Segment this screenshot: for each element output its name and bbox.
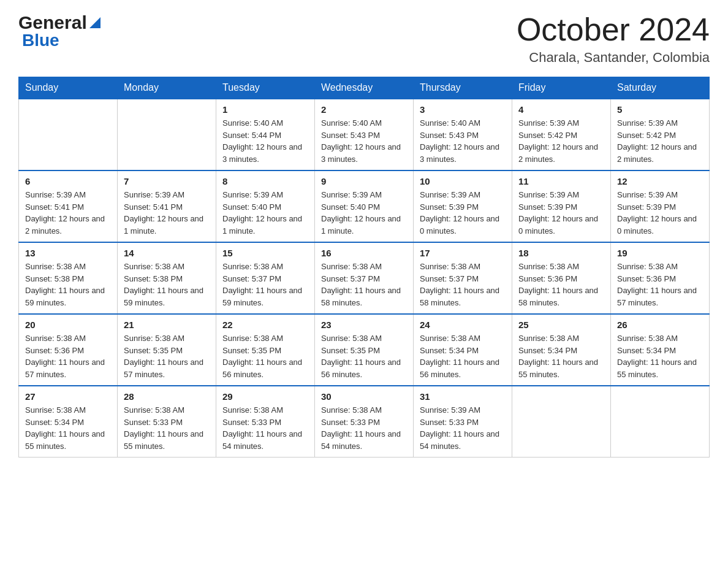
day-number: 8 [222,176,308,186]
day-info: Sunrise: 5:39 AMSunset: 5:39 PMDaylight:… [518,189,604,237]
day-number: 29 [222,391,308,402]
day-info: Sunrise: 5:38 AMSunset: 5:34 PMDaylight:… [518,332,604,380]
day-info: Sunrise: 5:39 AMSunset: 5:42 PMDaylight:… [617,117,703,165]
calendar-cell: 28Sunrise: 5:38 AMSunset: 5:33 PMDayligh… [118,386,216,458]
day-header-saturday: Saturday [611,77,710,99]
calendar-cell: 12Sunrise: 5:39 AMSunset: 5:39 PMDayligh… [611,170,710,242]
day-info: Sunrise: 5:38 AMSunset: 5:34 PMDaylight:… [617,332,703,380]
day-info: Sunrise: 5:39 AMSunset: 5:39 PMDaylight:… [617,189,703,237]
calendar-cell: 17Sunrise: 5:38 AMSunset: 5:37 PMDayligh… [414,242,512,314]
logo-blue-text: Blue [22,31,59,50]
day-header-wednesday: Wednesday [315,77,414,99]
day-info: Sunrise: 5:38 AMSunset: 5:35 PMDaylight:… [124,332,210,380]
day-number: 14 [124,248,210,258]
day-info: Sunrise: 5:38 AMSunset: 5:36 PMDaylight:… [518,261,604,308]
day-number: 4 [518,104,604,115]
day-info: Sunrise: 5:39 AMSunset: 5:33 PMDaylight:… [420,404,506,452]
day-info: Sunrise: 5:38 AMSunset: 5:36 PMDaylight:… [617,261,703,308]
day-number: 22 [222,320,308,330]
logo-bottom: Blue [18,31,59,50]
day-number: 24 [420,320,506,330]
day-info: Sunrise: 5:40 AMSunset: 5:43 PMDaylight:… [420,117,506,165]
calendar-cell: 13Sunrise: 5:38 AMSunset: 5:38 PMDayligh… [19,242,118,314]
day-info: Sunrise: 5:38 AMSunset: 5:34 PMDaylight:… [25,404,111,452]
week-row-2: 6Sunrise: 5:39 AMSunset: 5:41 PMDaylight… [19,170,710,242]
calendar-cell: 5Sunrise: 5:39 AMSunset: 5:42 PMDaylight… [611,99,710,170]
day-info: Sunrise: 5:38 AMSunset: 5:33 PMDaylight:… [222,404,308,452]
calendar-cell: 10Sunrise: 5:39 AMSunset: 5:39 PMDayligh… [414,170,512,242]
day-number: 20 [25,320,111,330]
calendar-cell: 4Sunrise: 5:39 AMSunset: 5:42 PMDaylight… [512,99,611,170]
day-number: 25 [518,320,604,330]
day-info: Sunrise: 5:38 AMSunset: 5:37 PMDaylight:… [222,261,308,308]
calendar-cell: 1Sunrise: 5:40 AMSunset: 5:44 PMDaylight… [216,99,315,170]
calendar-cell: 18Sunrise: 5:38 AMSunset: 5:36 PMDayligh… [512,242,611,314]
week-row-1: 1Sunrise: 5:40 AMSunset: 5:44 PMDaylight… [19,99,710,170]
day-number: 18 [518,248,604,258]
day-info: Sunrise: 5:39 AMSunset: 5:41 PMDaylight:… [25,189,111,237]
logo-area: General Blue [18,12,100,50]
day-number: 12 [617,176,703,186]
day-info: Sunrise: 5:38 AMSunset: 5:37 PMDaylight:… [321,261,407,308]
logo-container: General [18,12,100,33]
calendar-cell: 22Sunrise: 5:38 AMSunset: 5:35 PMDayligh… [216,314,315,386]
calendar-cell: 27Sunrise: 5:38 AMSunset: 5:34 PMDayligh… [19,386,118,458]
day-number: 31 [420,391,506,402]
calendar-cell [512,386,611,458]
calendar-cell: 29Sunrise: 5:38 AMSunset: 5:33 PMDayligh… [216,386,315,458]
day-number: 17 [420,248,506,258]
month-title: October 2024 [517,12,710,47]
day-number: 11 [518,176,604,186]
calendar-cell: 26Sunrise: 5:38 AMSunset: 5:34 PMDayligh… [611,314,710,386]
day-number: 23 [321,320,407,330]
day-number: 7 [124,176,210,186]
day-header-friday: Friday [512,77,611,99]
day-info: Sunrise: 5:38 AMSunset: 5:34 PMDaylight:… [420,332,506,380]
day-number: 21 [124,320,210,330]
calendar-cell: 23Sunrise: 5:38 AMSunset: 5:35 PMDayligh… [315,314,414,386]
day-info: Sunrise: 5:38 AMSunset: 5:35 PMDaylight:… [222,332,308,380]
calendar-cell: 2Sunrise: 5:40 AMSunset: 5:43 PMDaylight… [315,99,414,170]
calendar-cell: 31Sunrise: 5:39 AMSunset: 5:33 PMDayligh… [414,386,512,458]
calendar-cell: 7Sunrise: 5:39 AMSunset: 5:41 PMDaylight… [118,170,216,242]
day-header-monday: Monday [118,77,216,99]
day-number: 16 [321,248,407,258]
svg-marker-0 [89,17,100,28]
day-number: 13 [25,248,111,258]
calendar-cell: 21Sunrise: 5:38 AMSunset: 5:35 PMDayligh… [118,314,216,386]
day-info: Sunrise: 5:39 AMSunset: 5:40 PMDaylight:… [321,189,407,237]
day-number: 28 [124,391,210,402]
title-area: October 2024 Charala, Santander, Colombi… [517,12,710,66]
day-info: Sunrise: 5:39 AMSunset: 5:41 PMDaylight:… [124,189,210,237]
calendar-cell [19,99,118,170]
day-info: Sunrise: 5:39 AMSunset: 5:39 PMDaylight:… [420,189,506,237]
calendar-cell: 8Sunrise: 5:39 AMSunset: 5:40 PMDaylight… [216,170,315,242]
day-header-tuesday: Tuesday [216,77,315,99]
calendar-cell: 25Sunrise: 5:38 AMSunset: 5:34 PMDayligh… [512,314,611,386]
day-header-thursday: Thursday [414,77,512,99]
week-row-3: 13Sunrise: 5:38 AMSunset: 5:38 PMDayligh… [19,242,710,314]
day-number: 10 [420,176,506,186]
calendar-cell: 15Sunrise: 5:38 AMSunset: 5:37 PMDayligh… [216,242,315,314]
day-number: 3 [420,104,506,115]
day-number: 19 [617,248,703,258]
day-info: Sunrise: 5:39 AMSunset: 5:42 PMDaylight:… [518,117,604,165]
calendar-cell: 20Sunrise: 5:38 AMSunset: 5:36 PMDayligh… [19,314,118,386]
day-number: 1 [222,104,308,115]
day-number: 15 [222,248,308,258]
calendar-cell: 3Sunrise: 5:40 AMSunset: 5:43 PMDaylight… [414,99,512,170]
day-info: Sunrise: 5:38 AMSunset: 5:38 PMDaylight:… [25,261,111,308]
calendar-cell: 6Sunrise: 5:39 AMSunset: 5:41 PMDaylight… [19,170,118,242]
day-number: 27 [25,391,111,402]
location-title: Charala, Santander, Colombia [517,50,710,66]
day-number: 2 [321,104,407,115]
day-info: Sunrise: 5:38 AMSunset: 5:37 PMDaylight:… [420,261,506,308]
calendar-cell [118,99,216,170]
calendar-cell: 30Sunrise: 5:38 AMSunset: 5:33 PMDayligh… [315,386,414,458]
calendar-cell [611,386,710,458]
day-info: Sunrise: 5:38 AMSunset: 5:38 PMDaylight:… [124,261,210,308]
page-header: General Blue October 2024 Charala, Santa… [18,12,710,66]
calendar-cell: 16Sunrise: 5:38 AMSunset: 5:37 PMDayligh… [315,242,414,314]
logo-triangle-icon [89,17,100,31]
day-info: Sunrise: 5:40 AMSunset: 5:44 PMDaylight:… [222,117,308,165]
